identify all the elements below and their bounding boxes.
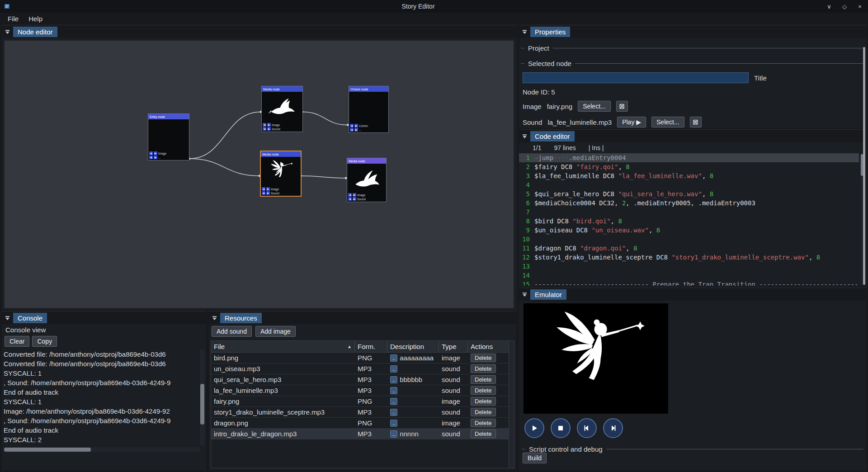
node-choice[interactable]: Choice node◀▶Comm.◀▶... [349, 86, 389, 133]
edit-description-button[interactable]: .. [390, 409, 397, 416]
next-icon[interactable]: ▶ [266, 187, 270, 191]
step-back-button[interactable] [577, 418, 597, 438]
prev-icon[interactable]: ◀ [350, 124, 354, 127]
title-input[interactable] [523, 72, 749, 83]
delete-button[interactable]: Delete [471, 364, 496, 373]
next-icon[interactable]: ▶ [154, 156, 157, 159]
column-header-file[interactable]: File▲ [211, 341, 355, 352]
prev-icon[interactable]: ◀ [348, 197, 352, 201]
edit-description-button[interactable]: .. [390, 430, 397, 438]
stop-button[interactable] [551, 418, 571, 438]
next-icon[interactable]: ▶ [353, 197, 356, 201]
console-vertical-scrollbar[interactable] [200, 349, 205, 445]
close-button[interactable]: × [855, 3, 864, 10]
prev-icon[interactable]: ◀ [348, 193, 352, 197]
table-scrollbar-track[interactable] [509, 341, 514, 468]
node-port-row[interactable]: ◀▶Image [263, 123, 302, 127]
copy-button[interactable]: Copy [32, 336, 57, 347]
menu-file[interactable]: File [3, 14, 24, 24]
node-fairy[interactable]: Media node◀▶Image◀▶Sound [260, 151, 302, 197]
column-header-description[interactable]: Description [387, 341, 439, 352]
next-icon[interactable]: ▶ [154, 151, 157, 155]
collapse-icon[interactable] [212, 316, 217, 321]
prev-icon[interactable]: ◀ [262, 191, 265, 195]
edit-description-button[interactable]: .. [390, 354, 397, 362]
delete-button[interactable]: Delete [471, 386, 496, 395]
console-log[interactable]: Converted file: /home/anthony/ostproj/ba… [4, 349, 198, 445]
node-dragon[interactable]: Media node◀▶Image◀▶Sound [347, 158, 387, 202]
node-port-row[interactable]: ◀▶... [350, 128, 387, 132]
resource-row[interactable]: qui_sera_le_hero.mp3MP3..bbbbbbsoundDele… [211, 374, 514, 385]
sound-play-button[interactable]: Play ▶ [617, 117, 646, 127]
prev-icon[interactable]: ◀ [263, 123, 266, 127]
collapse-icon[interactable] [522, 134, 527, 139]
build-button[interactable]: Build [523, 453, 547, 463]
resources-table[interactable]: File▲Form.DescriptionTypeActions bird.pn… [211, 340, 514, 468]
node-entry[interactable]: Entry node◀▶Image◀▶... [148, 113, 189, 160]
menu-help[interactable]: Help [24, 14, 47, 24]
collapse-icon[interactable] [522, 292, 527, 297]
clear-button[interactable]: Clear [5, 336, 29, 347]
resource-row[interactable]: dragon.pngPNG..imageDelete [211, 418, 514, 429]
edit-description-button[interactable]: .. [390, 387, 397, 394]
prev-icon[interactable]: ◀ [262, 187, 265, 191]
add-image-button[interactable]: Add image [255, 326, 296, 337]
column-header-type[interactable]: Type [439, 341, 468, 352]
column-header-actions[interactable]: Actions [468, 341, 514, 352]
edit-description-button[interactable]: .. [390, 398, 397, 405]
image-clear-button[interactable]: ⊠ [616, 101, 628, 112]
collapse-icon[interactable] [5, 316, 10, 321]
next-icon[interactable]: ▶ [266, 191, 270, 195]
code-text-area[interactable]: 1→jump····.mediaEntry00042$fairy DC8 "fa… [519, 153, 859, 286]
node-port-row[interactable]: ◀▶Image [262, 187, 300, 191]
resource-row[interactable]: un_oiseau.mp3MP3..soundDelete [211, 363, 514, 374]
play-button[interactable] [524, 418, 544, 438]
scrollbar-thumb[interactable] [200, 384, 204, 425]
next-icon[interactable]: ▶ [353, 193, 356, 197]
delete-button[interactable]: Delete [471, 375, 496, 384]
scrollbar-thumb[interactable] [4, 448, 91, 452]
console-horizontal-scrollbar[interactable] [3, 447, 200, 452]
prev-icon[interactable]: ◀ [350, 128, 354, 132]
edit-description-button[interactable]: .. [390, 420, 397, 427]
edit-description-button[interactable]: .. [390, 376, 397, 383]
node-port-row[interactable]: ◀▶Image [348, 193, 385, 197]
collapse-icon[interactable] [522, 29, 527, 34]
delete-button[interactable]: Delete [471, 397, 496, 406]
sound-select-button[interactable]: Select... [651, 117, 684, 127]
maximize-button[interactable]: ◇ [840, 3, 849, 10]
sound-clear-button[interactable]: ⊠ [690, 117, 702, 127]
node-bird[interactable]: Media node◀▶Image◀▶Sound [261, 86, 303, 132]
node-port-row[interactable]: ◀▶Sound [263, 127, 302, 131]
next-icon[interactable]: ▶ [354, 124, 358, 127]
delete-button[interactable]: Delete [471, 430, 496, 438]
resource-row[interactable]: la_fee_luminelle.mp3MP3..soundDelete [211, 385, 514, 396]
dock-scrollbar[interactable] [863, 47, 865, 285]
delete-button[interactable]: Delete [471, 354, 496, 362]
edit-description-button[interactable]: .. [390, 365, 397, 373]
image-select-button[interactable]: Select... [578, 101, 611, 112]
node-canvas[interactable]: Entry node◀▶Image◀▶...Media node◀▶Image◀… [4, 40, 514, 308]
next-icon[interactable]: ▶ [267, 127, 271, 131]
add-sound-button[interactable]: Add sound [212, 326, 252, 337]
column-header-form[interactable]: Form. [355, 341, 387, 352]
delete-button[interactable]: Delete [471, 419, 496, 427]
node-port-row[interactable]: ◀▶Image [149, 151, 188, 155]
resource-row[interactable]: intro_drako_le_dragon.mp3MP3..nnnnnsound… [211, 429, 514, 439]
resource-row[interactable]: story1_drako_luminelle_sceptre.mp3MP3..s… [211, 407, 514, 418]
node-port-row[interactable]: ◀▶Sound [348, 197, 385, 201]
collapse-icon[interactable] [5, 29, 10, 34]
delete-button[interactable]: Delete [471, 408, 496, 416]
resource-row[interactable]: bird.pngPNG..aaaaaaaaaimageDelete [211, 353, 514, 363]
prev-icon[interactable]: ◀ [149, 151, 153, 155]
step-forward-button[interactable] [603, 418, 623, 438]
minimize-button[interactable]: ∨ [825, 3, 834, 10]
next-icon[interactable]: ▶ [354, 128, 358, 132]
next-icon[interactable]: ▶ [267, 123, 271, 127]
prev-icon[interactable]: ◀ [263, 127, 266, 131]
prev-icon[interactable]: ◀ [149, 156, 153, 159]
node-port-row[interactable]: ◀▶... [149, 156, 188, 159]
node-port-row[interactable]: ◀▶Comm. [350, 124, 387, 127]
node-port-row[interactable]: ◀▶Sound [262, 191, 300, 195]
resource-row[interactable]: fairy.pngPNG..imageDelete [211, 396, 514, 407]
